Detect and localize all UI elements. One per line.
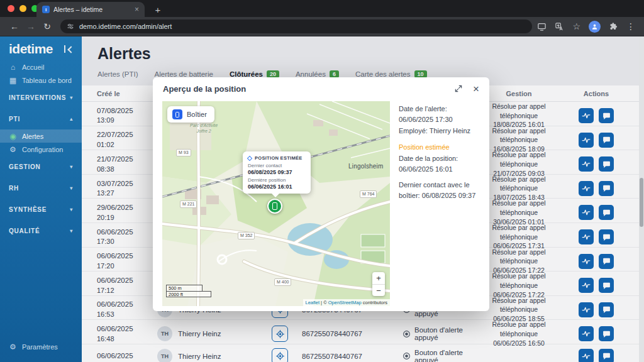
map[interactable]: M 93 M 221 M 352 M 764 M 400 Lingolsheim… [162, 101, 390, 306]
close-window-button[interactable] [8, 5, 14, 12]
minimize-window-button[interactable] [19, 5, 26, 12]
favicon-icon: i [42, 6, 50, 13]
tab-title: Alertes – idetime [53, 6, 131, 13]
back-button[interactable]: ← [6, 22, 23, 31]
expand-modal-button[interactable] [454, 84, 463, 93]
address-bar[interactable]: demo.idetime.com/admin/alert [60, 19, 532, 33]
road-shield: M 352 [238, 232, 255, 239]
translate-icon[interactable] [555, 22, 564, 31]
url-text: demo.idetime.com/admin/alert [79, 23, 172, 30]
position-info-panel: Date de l'alerte: 06/06/2025 17:30 Emplo… [399, 104, 482, 206]
window-controls [8, 5, 38, 12]
alert-date: Date de l'alerte: 06/06/2025 17:30 [399, 104, 482, 124]
road-shield: M 400 [274, 278, 291, 286]
leaflet-link[interactable]: Leaflet [306, 300, 320, 305]
expand-icon [454, 84, 463, 93]
new-tab-button[interactable]: + [152, 4, 164, 15]
scale-imperial: 2000 ft [166, 291, 211, 297]
profile-avatar[interactable] [589, 21, 601, 33]
osm-link[interactable]: OpenStreetMap [328, 300, 362, 305]
tracker-device-icon [272, 202, 277, 210]
area-label: Parc d'Activité Joffre 2 [190, 123, 218, 134]
extensions-puzzle-icon[interactable] [609, 22, 618, 31]
tracker-device-icon [172, 109, 182, 119]
last-contact-line: Dernier contact avec le boîtier: 06/08/2… [399, 180, 482, 200]
toolbar-icons: ☆ ⋮ [537, 21, 638, 33]
close-tab-icon[interactable]: × [135, 6, 139, 13]
browser-menu-icon[interactable]: ⋮ [626, 22, 635, 31]
modal-title: Aperçu de la position [163, 84, 444, 94]
last-position-value: 06/06/2025 16:01 [248, 184, 306, 190]
browser-toolbar: ← → ↻ demo.idetime.com/admin/alert ☆ [0, 17, 644, 36]
boitier-toggle[interactable]: Boîtier [167, 106, 214, 123]
zoom-control: + − [372, 272, 385, 296]
position-preview-modal: Aperçu de la position × [153, 77, 489, 311]
position-popup: POSITION ESTIMÉE Dernier contact 06/08/2… [243, 151, 311, 194]
site-settings-icon[interactable] [67, 23, 74, 30]
position-date: Date de la position: 06/06/2025 16:01 [399, 153, 482, 174]
place-label: Lingolsheim [348, 163, 384, 170]
scale-metric: 500 m [166, 285, 203, 291]
forward-button[interactable]: → [23, 22, 39, 31]
reload-button[interactable]: ↻ [39, 22, 55, 31]
zoom-in-button[interactable]: + [372, 272, 385, 284]
zoom-out-button[interactable]: − [372, 284, 385, 296]
browser-tabstrip: i Alertes – idetime × + [0, 0, 644, 17]
map-scale: 500 m 2000 ft [166, 285, 211, 297]
last-contact-value: 06/08/2025 09:37 [248, 169, 306, 175]
estimated-position-marker[interactable] [267, 199, 282, 214]
road-shield: M 221 [180, 200, 197, 208]
cast-icon[interactable] [537, 22, 547, 31]
last-position-label: Dernière position [248, 177, 306, 183]
road-shield: M 93 [176, 149, 191, 156]
screen: i Alertes – idetime × + ← → ↻ demo.ideti… [0, 0, 644, 362]
position-diamond-icon [247, 155, 252, 160]
close-modal-button[interactable]: × [473, 84, 479, 94]
road-shield: M 764 [360, 190, 377, 198]
last-contact-label: Dernier contact [248, 163, 306, 168]
employee-line: Employé: Thierry Heinz [399, 126, 482, 136]
estimated-position-title: Position estimée [399, 142, 482, 153]
browser-tab[interactable]: i Alertes – idetime × [36, 2, 145, 17]
bookmark-star-icon[interactable]: ☆ [572, 22, 580, 31]
map-attribution: Leaflet | © OpenStreetMap contributors [303, 299, 391, 306]
